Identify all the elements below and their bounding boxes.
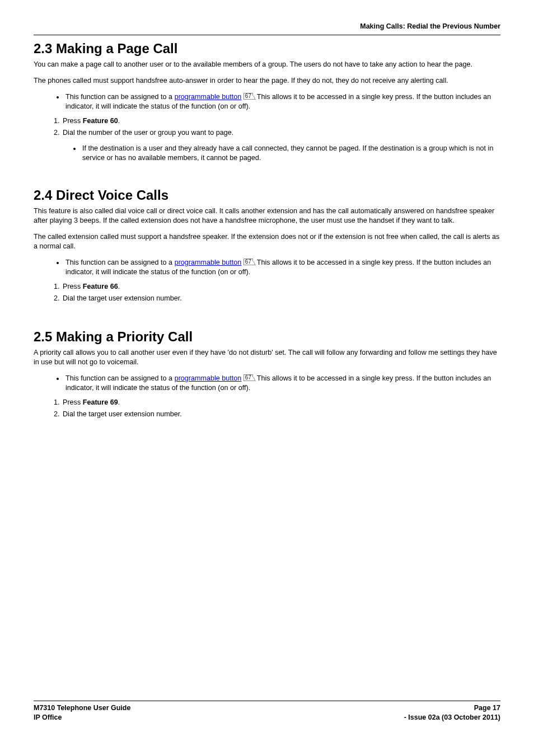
step-2-4-2: Dial the target user extension number. bbox=[62, 293, 500, 303]
step-text-bold: Feature 60 bbox=[83, 117, 118, 125]
link-programmable-button[interactable]: programmable button bbox=[175, 374, 242, 382]
step-text-suffix: . bbox=[118, 117, 120, 125]
document-page: Making Calls: Redial the Previous Number… bbox=[0, 0, 534, 756]
header-breadcrumb: Making Calls: Redial the Previous Number bbox=[34, 22, 500, 31]
bullet-list-2-4: This function can be assigned to a progr… bbox=[34, 258, 500, 277]
steps-2-4: Press Feature 66. Dial the target user e… bbox=[34, 281, 500, 304]
heading-2-4: 2.4 Direct Voice Calls bbox=[34, 187, 500, 203]
step-2-3-2: Dial the number of the user or group you… bbox=[62, 128, 500, 138]
footer-right-1: Page 17 bbox=[474, 703, 500, 713]
steps-2-5: Press Feature 69. Dial the target user e… bbox=[34, 397, 500, 420]
step-text-prefix: Press bbox=[63, 283, 83, 290]
bullet-list-2-5: This function can be assigned to a progr… bbox=[34, 374, 500, 393]
step-text-prefix: Press bbox=[63, 117, 83, 125]
para-2-5-1: A priority call allows you to call anoth… bbox=[34, 348, 500, 367]
bullet-text-prefix: This function can be assigned to a bbox=[65, 374, 175, 382]
step-2-3-1: Press Feature 60. bbox=[62, 116, 500, 126]
heading-2-3: 2.3 Making a Page Call bbox=[34, 41, 500, 57]
para-2-3-2: The phones called must support handsfree… bbox=[34, 76, 500, 86]
para-2-3-1: You can make a page call to another user… bbox=[34, 60, 500, 69]
link-programmable-button[interactable]: programmable button bbox=[175, 93, 242, 101]
step-2-5-2: Dial the target user extension number. bbox=[62, 409, 500, 419]
bullet-list-2-3: This function can be assigned to a progr… bbox=[34, 92, 500, 111]
step-text-bold: Feature 66 bbox=[83, 283, 118, 290]
heading-2-5: 2.5 Making a Priority Call bbox=[34, 329, 500, 345]
bullet-text-prefix: This function can be assigned to a bbox=[65, 93, 175, 101]
step-text-bold: Feature 69 bbox=[83, 398, 118, 406]
link-programmable-button[interactable]: programmable button bbox=[175, 259, 242, 266]
page-ref-icon[interactable]: 67 bbox=[243, 259, 253, 265]
para-2-4-1: This feature is also called dial voice c… bbox=[34, 206, 500, 226]
bullet-2-5-1: This function can be assigned to a progr… bbox=[64, 374, 500, 393]
step-2-5-1: Press Feature 69. bbox=[62, 397, 500, 407]
page-ref-icon[interactable]: 67 bbox=[243, 374, 253, 381]
page-footer: M7310 Telephone User Guide Page 17 IP Of… bbox=[34, 701, 500, 722]
page-ref-icon[interactable]: 67 bbox=[243, 93, 253, 100]
footer-left-1: M7310 Telephone User Guide bbox=[34, 703, 130, 713]
step-text-suffix: . bbox=[118, 398, 120, 406]
footer-left-2: IP Office bbox=[34, 713, 62, 722]
footer-rule bbox=[34, 701, 500, 701]
header-rule bbox=[34, 35, 500, 35]
bullet-text-prefix: This function can be assigned to a bbox=[65, 259, 175, 266]
sub-bullet-list-2-3: If the destination is a user and they al… bbox=[34, 144, 500, 163]
bullet-2-3-1: This function can be assigned to a progr… bbox=[64, 92, 500, 111]
step-2-4-1: Press Feature 66. bbox=[62, 281, 500, 292]
sub-bullet-2-3-1: If the destination is a user and they al… bbox=[81, 144, 500, 163]
steps-2-3: Press Feature 60. Dial the number of the… bbox=[34, 116, 500, 138]
step-text-prefix: Press bbox=[63, 398, 83, 406]
bullet-2-4-1: This function can be assigned to a progr… bbox=[64, 258, 500, 277]
para-2-4-2: The called extension called must support… bbox=[34, 232, 500, 251]
step-text-suffix: . bbox=[118, 283, 120, 290]
footer-right-2: - Issue 02a (03 October 2011) bbox=[404, 713, 500, 722]
